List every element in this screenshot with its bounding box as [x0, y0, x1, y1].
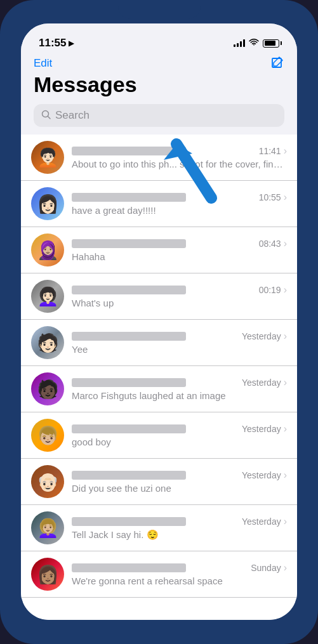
- contact-name: [72, 563, 186, 572]
- message-content: 10:55 › have a great day!!!!!: [72, 192, 287, 217]
- message-content: 11:41 › About to go into this ph... shoo…: [72, 145, 287, 171]
- message-top: Sunday ›: [72, 562, 287, 574]
- avatar: 👩🏻: [31, 187, 64, 220]
- message-top: 08:43 ›: [72, 238, 287, 249]
- message-row[interactable]: 👩🏻‍🦱 00:19 › What's up: [21, 273, 297, 320]
- header-top: Edit: [34, 56, 284, 70]
- wifi-icon: [249, 39, 259, 48]
- message-row[interactable]: 👴🏻 Yesterday › Did you see the uzi one: [21, 459, 297, 505]
- message-time: Yesterday ›: [242, 377, 287, 388]
- message-preview: What's up: [72, 297, 287, 310]
- signal-bar-3: [240, 41, 242, 47]
- avatar-face: 🧑🏻‍🦱: [31, 141, 64, 174]
- avatar-face: 👩🏼‍🦱: [31, 511, 64, 544]
- contact-name: [72, 239, 186, 248]
- status-icons: [234, 39, 279, 48]
- message-row[interactable]: 👩🏽 Sunday › We're gonna rent a rehearsal…: [21, 551, 297, 598]
- message-preview: Tell Jack I say hi. 😌: [72, 529, 287, 541]
- message-content: Yesterday › Marco Fishguts laughed at an…: [72, 377, 287, 402]
- message-top: 11:41 ›: [72, 145, 287, 157]
- avatar: 👩🏼‍🦱: [31, 511, 64, 544]
- chevron-icon: ›: [284, 423, 287, 435]
- time-display: 11:55: [39, 37, 66, 49]
- chevron-icon: ›: [284, 331, 287, 342]
- message-top: Yesterday ›: [72, 516, 287, 527]
- contact-name: [72, 471, 186, 480]
- compose-button[interactable]: [270, 56, 284, 70]
- message-row[interactable]: 👩🏼‍🦱 Yesterday › Tell Jack I say hi. 😌: [21, 505, 297, 551]
- message-row[interactable]: 👩🏻 10:55 › have a great day!!!!!: [21, 181, 297, 227]
- message-preview: good boy: [72, 436, 287, 449]
- message-row[interactable]: 🧑🏿 Yesterday › Marco Fishguts laughed at…: [21, 366, 297, 412]
- message-time: 10:55 ›: [259, 192, 287, 203]
- message-content: Yesterday › Yee: [72, 331, 287, 356]
- signal-bars: [234, 39, 245, 47]
- message-time: 08:43 ›: [259, 238, 287, 249]
- message-time: Yesterday ›: [242, 516, 287, 527]
- status-bar: 11:55 ▶: [21, 23, 297, 54]
- message-content: 00:19 › What's up: [72, 284, 287, 310]
- avatar-face: 👩🏻‍🦱: [31, 280, 64, 313]
- time-text: Yesterday: [242, 331, 281, 341]
- messages-list: 🧑🏻‍🦱 11:41 › About to go into this ph...…: [21, 135, 297, 620]
- message-top: Yesterday ›: [72, 377, 287, 388]
- message-content: Yesterday › Tell Jack I say hi. 😌: [72, 516, 287, 541]
- message-preview: Marco Fishguts laughed at an image: [72, 390, 287, 402]
- edit-button[interactable]: Edit: [34, 57, 52, 70]
- message-time: Sunday ›: [251, 562, 287, 574]
- avatar-face: 👴🏻: [31, 465, 64, 498]
- message-preview: Hahaha: [72, 251, 287, 263]
- message-content: 08:43 › Hahaha: [72, 238, 287, 263]
- header: Edit Messages Search: [21, 54, 297, 135]
- avatar: 👩🏽: [31, 558, 64, 591]
- signal-bar-1: [234, 44, 235, 47]
- message-row[interactable]: 🧑🏻 Yesterday › Yee: [21, 320, 297, 366]
- message-row[interactable]: 👦🏼 Yesterday › good boy: [21, 412, 297, 459]
- avatar: 🧑🏻‍🦱: [31, 141, 64, 174]
- message-preview: Did you see the uzi one: [72, 482, 287, 495]
- message-content: Yesterday › good boy: [72, 423, 287, 449]
- battery-icon: [263, 39, 279, 48]
- message-time: Yesterday ›: [242, 470, 287, 481]
- message-content: Yesterday › Did you see the uzi one: [72, 470, 287, 495]
- message-preview: Yee: [72, 343, 287, 356]
- signal-bar-4: [243, 39, 245, 47]
- search-icon: [41, 110, 51, 122]
- message-top: Yesterday ›: [72, 331, 287, 342]
- avatar: 👩🏻‍🦱: [31, 280, 64, 313]
- message-time: Yesterday ›: [242, 331, 287, 342]
- chevron-icon: ›: [284, 562, 287, 574]
- message-time: Yesterday ›: [242, 423, 287, 435]
- time-text: 10:55: [259, 192, 281, 202]
- message-row[interactable]: 🧑🏻‍🦱 11:41 › About to go into this ph...…: [21, 135, 297, 181]
- chevron-icon: ›: [284, 192, 287, 203]
- phone-shell: 11:55 ▶: [0, 0, 318, 644]
- message-top: Yesterday ›: [72, 423, 287, 435]
- avatar-face: 👩🏽: [31, 558, 64, 591]
- time-text: Yesterday: [242, 470, 281, 480]
- avatar: 🧑🏿: [31, 372, 64, 405]
- avatar: 🧑🏻: [31, 326, 64, 359]
- chevron-icon: ›: [284, 238, 287, 249]
- time-text: Yesterday: [242, 516, 281, 527]
- contact-name: [72, 424, 186, 433]
- message-top: 00:19 ›: [72, 284, 287, 296]
- status-time: 11:55 ▶: [39, 37, 74, 49]
- time-text: Sunday: [251, 563, 281, 573]
- chevron-icon: ›: [284, 377, 287, 388]
- avatar-face: 👦🏼: [31, 419, 64, 452]
- time-text: 00:19: [259, 285, 281, 295]
- message-row[interactable]: 🧕🏼 08:43 › Hahaha: [21, 227, 297, 273]
- contact-name: [72, 517, 186, 526]
- search-placeholder: Search: [55, 109, 89, 122]
- contact-name: [72, 378, 186, 387]
- contact-name: [72, 193, 186, 202]
- search-bar[interactable]: Search: [34, 104, 284, 127]
- time-text: Yesterday: [242, 378, 281, 388]
- message-content: Sunday › We're gonna rent a rehearsal sp…: [72, 562, 287, 588]
- chevron-icon: ›: [284, 470, 287, 481]
- time-text: 08:43: [259, 239, 281, 249]
- phone-screen: 11:55 ▶: [21, 23, 297, 620]
- avatar: 👴🏻: [31, 465, 64, 498]
- page-title: Messages: [34, 73, 284, 96]
